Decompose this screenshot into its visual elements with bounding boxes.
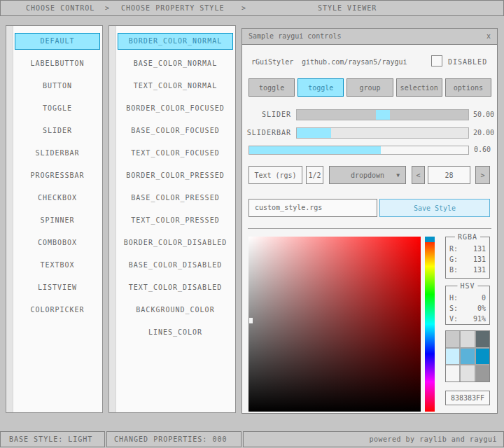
hex-color-input[interactable]: 838383FF	[445, 391, 490, 405]
rgba-row-g: G: 131	[449, 254, 486, 265]
rgba-title: RGBA	[455, 233, 480, 241]
control-list-item-slider[interactable]: SLIDER	[15, 122, 100, 139]
section-divider	[248, 228, 491, 229]
property-list-item[interactable]: TEXT_COLOR_DISABLED	[118, 279, 233, 296]
hsv-groupbox: HSV H: 0 S: 0% V: 91%	[445, 286, 490, 325]
palette-swatch[interactable]	[446, 331, 459, 347]
repo-link[interactable]: github.com/raysan5/raygui	[302, 57, 407, 68]
property-list-item[interactable]: BORDER_COLOR_FOCUSED	[118, 100, 233, 117]
palette-swatch[interactable]	[461, 349, 474, 365]
property-list-item[interactable]: BORDER_COLOR_DISABLED	[118, 234, 233, 251]
app-name-label: rGuiStyler	[251, 57, 293, 68]
rgba-b-label: B:	[449, 265, 458, 275]
controls-list-panel: DEFAULT LABELBUTTON BUTTON TOGGLE SLIDER…	[6, 25, 103, 413]
dropdown-label: dropdown	[351, 172, 384, 179]
spinner-value-box[interactable]: 28	[428, 166, 470, 184]
toggle-group: toggle toggle group selection options	[248, 78, 491, 97]
properties-list-panel: BORDER_COLOR_NORMAL BASE_COLOR_NORMAL TE…	[108, 25, 236, 413]
property-list-item[interactable]: BORDER_COLOR_PRESSED	[118, 167, 233, 184]
control-list-item-colorpicker[interactable]: COLORPICKER	[15, 302, 100, 318]
disabled-checkbox[interactable]	[431, 55, 442, 66]
control-list-item-checkbox[interactable]: CHECKBOX	[15, 190, 100, 206]
rgba-row-b: B: 131	[449, 265, 486, 275]
breadcrumb-step-style-viewer: STYLE VIEWER	[318, 1, 377, 15]
property-list-item[interactable]: BASE_COLOR_FOCUSED	[118, 122, 233, 139]
sample-controls-window: Sample raygui controls x rGuiStyler gith…	[241, 28, 498, 414]
disabled-checkbox-label: DISABLED	[448, 57, 487, 68]
palette-swatch[interactable]	[461, 331, 474, 347]
rgba-row-r: R: 131	[449, 244, 486, 254]
property-list-item[interactable]: BASE_COLOR_DISABLED	[118, 257, 233, 274]
palette-swatch[interactable]	[446, 365, 459, 382]
control-list-item-listview[interactable]: LISTVIEW	[15, 279, 100, 296]
hsv-title: HSV	[457, 282, 477, 290]
sliderbar[interactable]	[296, 127, 469, 139]
style-color-palette	[445, 330, 490, 382]
rgba-g-value: 131	[473, 254, 486, 265]
style-filename-input[interactable]: custom_style.rgs	[248, 199, 377, 217]
half-toggle-button[interactable]: 1/2	[306, 166, 323, 184]
rgba-groupbox: RGBA R: 131 G: 131 B: 131	[445, 237, 490, 279]
progressbar-value: 0.60	[474, 145, 491, 155]
control-list-item-sliderbar[interactable]: SLIDERBAR	[15, 145, 100, 162]
control-list-item-combobox[interactable]: COMBOBOX	[15, 234, 100, 251]
text-rgs-button[interactable]: Text (rgs)	[248, 166, 302, 184]
toggle-group-item-4[interactable]: selection	[396, 78, 442, 97]
color-picker-panel[interactable]	[248, 237, 421, 412]
spinner-decrement-button[interactable]: <	[412, 166, 425, 184]
toggle-group-item-1[interactable]: toggle	[248, 78, 295, 97]
control-list-item-spinner[interactable]: SPINNER	[15, 212, 100, 229]
hue-bar-handle[interactable]	[425, 237, 435, 242]
palette-swatch[interactable]	[476, 365, 489, 382]
hsv-s-label: S:	[449, 303, 458, 314]
palette-swatch[interactable]	[476, 331, 489, 347]
hsv-h-value: 0	[482, 293, 486, 303]
status-base-style: BASE STYLE: LIGHT	[0, 431, 105, 447]
control-list-item-toggle[interactable]: TOGGLE	[15, 100, 100, 117]
palette-swatch[interactable]	[461, 365, 474, 382]
property-list-item[interactable]: TEXT_COLOR_PRESSED	[118, 212, 233, 229]
rgba-r-value: 131	[473, 244, 486, 254]
hsv-s-value: 0%	[477, 303, 486, 314]
control-list-item-default[interactable]: DEFAULT	[15, 33, 100, 50]
close-icon[interactable]: x	[486, 29, 491, 44]
sliderbar-label: SLIDERBAR	[242, 127, 291, 139]
slider-label: SLIDER	[242, 109, 291, 120]
hue-bar[interactable]	[425, 237, 435, 412]
property-list-item[interactable]: TEXT_COLOR_FOCUSED	[118, 145, 233, 162]
property-list-item[interactable]: BASE_COLOR_PRESSED	[118, 190, 233, 206]
chevron-down-icon: ▼	[396, 172, 400, 178]
spinner-increment-button[interactable]: >	[475, 166, 490, 184]
property-list-item[interactable]: TEXT_COLOR_NORMAL	[118, 78, 233, 94]
hsv-row-h: H: 0	[449, 293, 486, 303]
control-list-item-progressbar[interactable]: PROGRESSBAR	[15, 167, 100, 184]
rgba-r-label: R:	[449, 244, 458, 254]
toggle-group-item-2-active[interactable]: toggle	[298, 78, 344, 97]
slider[interactable]	[296, 109, 469, 120]
color-picker-cursor[interactable]	[249, 318, 253, 323]
toggle-group-item-5[interactable]: options	[445, 78, 491, 97]
chevron-right-icon: >	[241, 1, 246, 15]
toggle-group-item-3[interactable]: group	[346, 78, 393, 97]
control-list-item-labelbutton[interactable]: LABELBUTTON	[15, 55, 100, 72]
dropdown[interactable]: dropdown ▼	[329, 166, 406, 184]
control-list-item-button[interactable]: BUTTON	[15, 78, 100, 94]
property-list-item[interactable]: BASE_COLOR_NORMAL	[118, 55, 233, 72]
control-list-item-textbox[interactable]: TEXTBOX	[15, 257, 100, 274]
rgba-g-label: G:	[449, 254, 458, 265]
palette-swatch[interactable]	[476, 349, 489, 365]
save-style-button[interactable]: Save Style	[379, 199, 490, 217]
property-list-item[interactable]: LINES_COLOR	[118, 324, 233, 341]
hsv-h-label: H:	[449, 293, 458, 303]
rgba-b-value: 131	[473, 265, 486, 275]
properties-list-scrollbar[interactable]	[109, 26, 116, 412]
sliderbar-fill	[297, 128, 331, 138]
controls-list-scrollbar[interactable]	[6, 26, 13, 412]
breadcrumb-step-choose-property: CHOOSE PROPERTY STYLE	[121, 1, 224, 15]
palette-swatch[interactable]	[446, 349, 459, 365]
slider-handle[interactable]	[376, 110, 390, 120]
property-list-item[interactable]: BORDER_COLOR_NORMAL	[118, 33, 233, 50]
property-list-item[interactable]: BACKGROUND_COLOR	[118, 302, 233, 318]
status-changed-properties: CHANGED PROPERTIES: 000	[106, 431, 241, 447]
sliderbar-value: 20.00	[473, 127, 494, 139]
